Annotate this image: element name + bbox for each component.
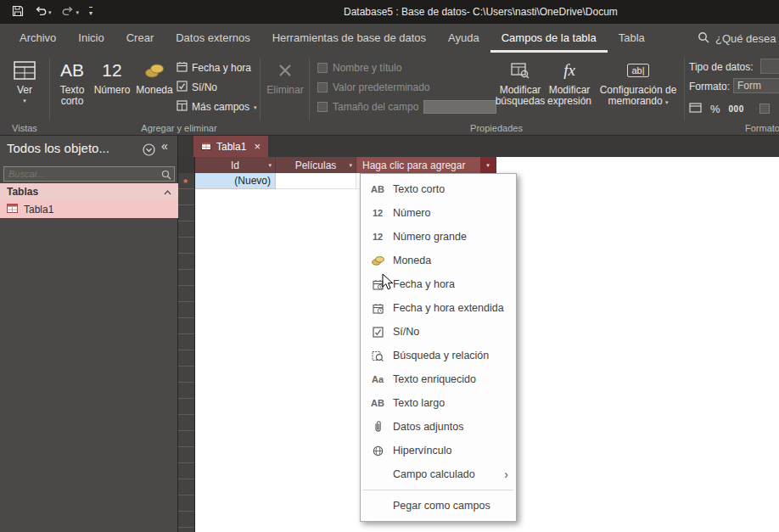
add-field-label: Haga clic para agregar	[362, 160, 465, 171]
add-field-dropdown-button[interactable]: ▾	[480, 157, 496, 173]
yes-no-checkbox-icon	[177, 81, 188, 94]
configuracion-memorando-button[interactable]: ab| Configuración de memorando ▾	[596, 56, 681, 124]
menu-item-texto-enriquecido[interactable]: Aa Texto enriquecido	[361, 367, 516, 391]
menu-item-moneda[interactable]: Moneda	[361, 249, 516, 272]
name-caption-icon	[317, 63, 328, 73]
moneda-button[interactable]: Moneda	[132, 56, 177, 124]
menu-item-texto-largo[interactable]: AB Texto largo	[361, 391, 516, 415]
column-header-peliculas[interactable]: Películas ▾	[276, 157, 356, 173]
nav-section-tablas[interactable]: Tablas	[0, 183, 178, 200]
record-selector-column[interactable]: *	[178, 173, 195, 532]
filter-dropdown-icon[interactable]: ▾	[349, 162, 352, 169]
menu-item-campo-calculado[interactable]: Campo calculado ›	[361, 462, 516, 486]
menu-item-numero-grande[interactable]: 12 Número grande	[361, 225, 516, 249]
chevron-down-icon: ▾	[665, 99, 669, 105]
filter-dropdown-icon[interactable]: ▾	[268, 162, 272, 169]
cell-id-new[interactable]: (Nuevo)	[195, 173, 276, 189]
ribbon-tab-crear[interactable]: Crear	[115, 24, 165, 53]
group-label-propiedades: Propiedades	[309, 123, 684, 133]
save-button[interactable]	[8, 3, 27, 22]
title-bar: ▾ ▾ ▾ Database5 : Base de datos- C:\User…	[0, 0, 779, 24]
menu-item-fecha-y-hora-extendida[interactable]: Fecha y hora extendida	[361, 296, 516, 320]
ver-button[interactable]: Ver ▾	[5, 56, 44, 124]
texto-corto-button[interactable]: AB Texto corto	[53, 56, 92, 124]
ribbon-tab-ayuda[interactable]: Ayuda	[437, 24, 490, 53]
nav-item-label: Tabla1	[24, 204, 53, 216]
nav-search-input[interactable]	[3, 166, 175, 182]
nav-section-label: Tablas	[7, 186, 38, 198]
nombre-y-titulo-button[interactable]: Nombre y título	[317, 61, 401, 75]
field-size-input[interactable]	[423, 100, 496, 114]
mas-campos-button[interactable]: Más campos ▾	[177, 98, 257, 115]
formato-dropdown[interactable]: Form	[733, 78, 779, 93]
window-title: Database5 : Base de datos- C:\Users\nast…	[344, 0, 618, 24]
cell-peliculas-new[interactable]	[276, 173, 356, 189]
ribbon-tab-herramientas[interactable]: Herramientas de base de datos	[261, 24, 437, 53]
nav-pane-menu-icon[interactable]	[143, 143, 155, 160]
menu-item-label: Campo calculado	[393, 468, 475, 480]
eliminar-button[interactable]: Eliminar	[263, 56, 307, 124]
tamano-del-campo-label: Tamaño del campo	[333, 101, 418, 113]
menu-item-hipervinculo[interactable]: Hipervínculo	[361, 439, 516, 462]
currency-icon	[144, 56, 165, 85]
menu-item-label: Datos adjuntos	[393, 421, 463, 433]
nav-pane-title[interactable]: Todos los objeto...	[7, 141, 109, 155]
mouse-cursor	[382, 273, 394, 291]
ribbon-tab-datos-externos[interactable]: Datos externos	[165, 24, 261, 53]
menu-item-pegar-como-campos[interactable]: Pegar como campos	[361, 494, 516, 518]
menu-item-label: Fecha y hora	[393, 278, 455, 290]
date-time-icon	[177, 61, 188, 75]
percent-format-icon[interactable]: %	[710, 103, 720, 115]
currency-format-icon[interactable]	[689, 103, 702, 115]
undo-icon	[34, 6, 47, 19]
column-header-label: Películas	[295, 160, 337, 171]
menu-item-label: Hipervínculo	[393, 445, 451, 456]
decimal-format-icon[interactable]	[759, 104, 770, 114]
numero-button[interactable]: 12 Número	[93, 56, 131, 124]
hyperlink-icon	[367, 445, 388, 456]
menu-item-texto-corto[interactable]: AB Texto corto	[361, 177, 516, 201]
si-no-label: Sí/No	[192, 81, 217, 93]
tipo-de-datos-dropdown[interactable]	[760, 59, 779, 74]
search-icon	[161, 168, 171, 183]
column-header-id[interactable]: Id ▾	[195, 157, 276, 173]
modificar-expresion-button[interactable]: fx Modificar expresión	[545, 56, 594, 124]
tell-me-search[interactable]: ¿Qué desea	[698, 24, 776, 53]
ribbon-tab-tabla[interactable]: Tabla	[608, 24, 656, 53]
nav-search-box[interactable]	[3, 165, 175, 181]
modificar-busquedas-button[interactable]: Modificar búsquedas	[497, 56, 543, 124]
column-header-add-field[interactable]: Haga clic para agregar ▾	[356, 157, 496, 173]
close-icon[interactable]: ×	[254, 141, 261, 152]
menu-item-numero[interactable]: 12 Número	[361, 201, 516, 225]
default-value-icon	[317, 82, 328, 92]
undo-button[interactable]: ▾	[31, 3, 55, 21]
fx-icon: fx	[563, 61, 575, 80]
tipo-de-datos-label: Tipo de datos:	[689, 61, 754, 73]
menu-item-label: Sí/No	[393, 326, 419, 338]
valor-predeterminado-button[interactable]: Valor predeterminado	[317, 81, 430, 94]
menu-item-busqueda-y-relacion[interactable]: Búsqueda y relación	[361, 344, 516, 367]
ribbon-tab-inicio[interactable]: Inicio	[67, 24, 115, 53]
fecha-y-hora-button[interactable]: Fecha y hora	[177, 59, 251, 76]
document-tab-strip: Tabla1 ×	[178, 136, 779, 157]
group-label-formato: Formato	[745, 123, 779, 133]
menu-item-label: Moneda	[393, 255, 431, 266]
menu-item-datos-adjuntos[interactable]: Datos adjuntos	[361, 415, 516, 439]
menu-item-si-no[interactable]: Sí/No	[361, 320, 516, 344]
ribbon-tab-archivo[interactable]: Archivo	[8, 24, 67, 53]
nav-item-tabla1[interactable]: Tabla1	[0, 200, 178, 218]
ribbon-tab-campos-de-la-tabla[interactable]: Campos de la tabla	[490, 24, 608, 53]
redo-button[interactable]: ▾	[59, 3, 83, 21]
si-no-button[interactable]: Sí/No	[177, 79, 217, 96]
quick-access-toolbar: ▾ ▾ ▾	[0, 3, 96, 22]
ribbon-tab-bar: Archivo Inicio Crear Datos externos Herr…	[0, 24, 779, 53]
valor-predeterminado-label: Valor predeterminado	[333, 81, 430, 93]
short-text-icon: AB	[60, 56, 84, 85]
thousands-format-icon[interactable]: 000	[729, 104, 744, 114]
customize-quick-access-button[interactable]: ▾	[86, 4, 96, 20]
button-separator	[260, 58, 261, 120]
shutter-bar-collapse-icon[interactable]: «	[161, 139, 168, 153]
select-all-corner[interactable]	[178, 157, 195, 173]
document-tab-tabla1[interactable]: Tabla1 ×	[193, 136, 268, 157]
number-icon: 12	[102, 56, 121, 85]
